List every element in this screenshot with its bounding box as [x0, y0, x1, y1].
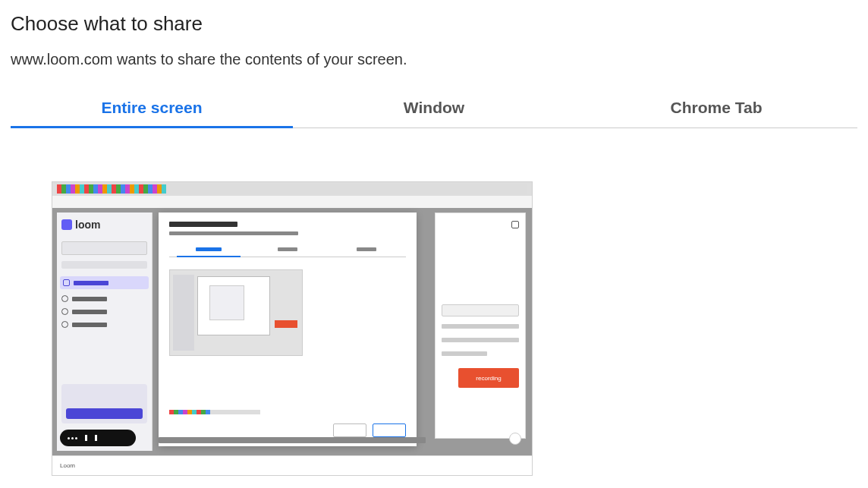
- thumb-panel-line: [442, 338, 519, 342]
- thumb-sidebar-item: [61, 321, 147, 328]
- thumb-start-recording-button: recording: [458, 368, 519, 388]
- dialog-subtitle: www.loom.com wants to share the contents…: [11, 51, 857, 68]
- thumb-sidebar-item-label: [72, 297, 107, 301]
- thumb-sidebar-item-label: [72, 323, 107, 327]
- thumb-footer: Loom: [52, 455, 532, 475]
- thumb-sidebar-item-icon: [63, 279, 70, 286]
- thumb-sidebar-item-active: [60, 276, 149, 289]
- thumb-nested-tab-active: [169, 246, 248, 257]
- share-source-tabs: Entire screen Window Chrome Tab: [11, 90, 857, 128]
- thumb-nested-title: [169, 222, 237, 227]
- thumb-nested-dialog: [159, 213, 417, 446]
- pause-icon: [85, 435, 87, 441]
- thumb-nested-tab: [248, 246, 327, 257]
- thumb-sidebar-item-label: [74, 281, 108, 285]
- thumb-panel-icon: [511, 221, 519, 228]
- pause-icon: [95, 435, 97, 441]
- loom-wordmark: loom: [75, 219, 100, 231]
- thumb-sidebar-select: [61, 241, 147, 255]
- thumb-fab-icon: [509, 433, 521, 445]
- thumb-sidebar-item: [61, 308, 147, 315]
- thumb-sidebar-item-icon: [61, 295, 68, 302]
- thumb-nested-tabs: [169, 246, 406, 257]
- thumb-right-panel: recording: [435, 213, 526, 439]
- loom-icon: [61, 219, 72, 230]
- thumb-sidebar-item-icon: [61, 308, 68, 315]
- tab-content: loom: [11, 128, 857, 476]
- thumb-panel-line: [442, 324, 519, 329]
- thumb-browser-toolbar: [52, 196, 532, 208]
- tab-chrome-tab[interactable]: Chrome Tab: [575, 90, 857, 128]
- tab-window[interactable]: Window: [293, 90, 575, 128]
- thumb-sidebar-item: [61, 295, 147, 302]
- thumb-nested-preview: [169, 269, 303, 356]
- thumb-sidebar-cta-button: [66, 408, 143, 419]
- thumb-taskbar: [52, 182, 532, 196]
- thumb-nested-share-button: [373, 423, 406, 437]
- thumb-recording-pill: [60, 430, 136, 446]
- thumb-panel-select: [442, 304, 519, 316]
- thumb-pill-dots: [68, 437, 77, 439]
- thumb-loom-logo: loom: [57, 213, 152, 238]
- thumb-footer-text: Loom: [60, 462, 75, 469]
- screen-share-dialog: Choose what to share www.loom.com wants …: [0, 0, 868, 476]
- screen-thumbnail[interactable]: loom: [52, 181, 533, 476]
- thumb-caption-bar: [159, 437, 426, 443]
- thumb-sidebar-item-label: [72, 310, 107, 314]
- thumb-panel-line: [442, 351, 487, 356]
- dialog-title: Choose what to share: [11, 12, 857, 36]
- thumb-nested-tab: [327, 246, 406, 257]
- thumb-nested-buttons: [333, 423, 406, 437]
- thumb-nested-subtitle: [169, 231, 298, 235]
- thumb-nested-cancel-button: [333, 423, 366, 437]
- thumb-body: loom: [52, 208, 532, 455]
- tab-entire-screen[interactable]: Entire screen: [11, 90, 293, 128]
- gear-icon: [61, 321, 68, 328]
- thumb-nested-strip: [169, 410, 260, 414]
- thumb-sidebar-row: [61, 261, 147, 269]
- thumb-loom-sidebar: loom: [57, 213, 153, 451]
